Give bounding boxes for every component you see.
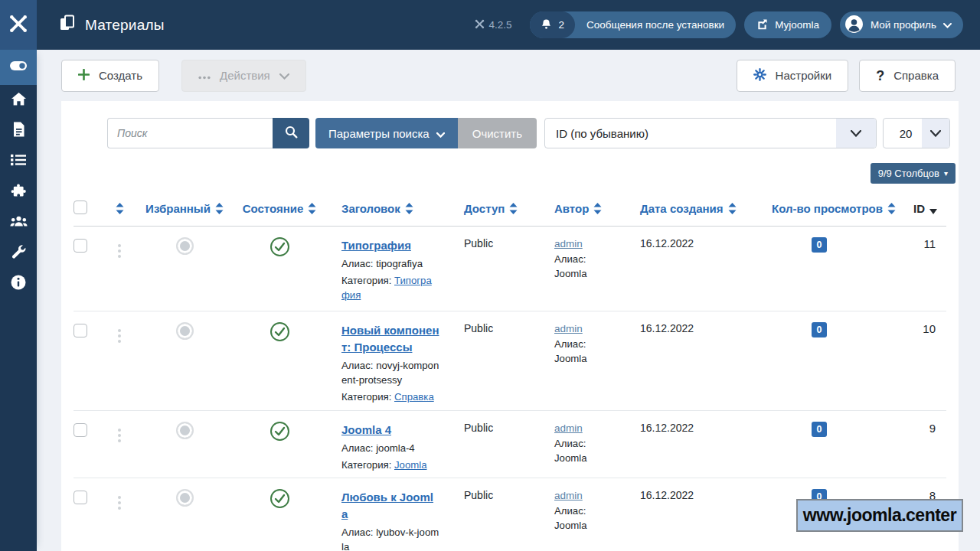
favorite-circle-icon[interactable] — [176, 422, 194, 439]
author-link[interactable]: admin — [554, 323, 583, 334]
column-header-status[interactable]: Состояние — [230, 192, 329, 226]
table-row: Типография Алиас: tipografiya Категория:… — [74, 226, 946, 311]
sidebar-item-menus[interactable] — [0, 146, 37, 177]
puzzle-icon — [11, 184, 26, 201]
drag-dots-icon[interactable] — [118, 241, 121, 258]
post-install-messages-button[interactable]: 2 Сообщения после установки — [530, 11, 736, 38]
column-header-title[interactable]: Заголовок — [329, 192, 452, 226]
hits-badge: 0 — [812, 237, 828, 253]
article-title-link[interactable]: Новый компонент: Процессы — [341, 324, 439, 354]
favorite-circle-icon[interactable] — [176, 322, 194, 340]
drag-dots-icon[interactable] — [118, 425, 121, 442]
users-icon — [10, 215, 28, 230]
external-link-icon — [756, 18, 768, 32]
drag-dots-icon[interactable] — [118, 326, 121, 343]
toolbar: Создать Действия Настройки ? Справка — [37, 50, 980, 101]
article-title-link[interactable]: Типография — [341, 239, 411, 252]
search-button[interactable] — [273, 118, 309, 148]
author-link[interactable]: admin — [554, 490, 583, 501]
author-link[interactable]: admin — [554, 422, 583, 434]
column-header-author[interactable]: Автор — [542, 192, 628, 226]
table-row: Joomla 4 Алиас: joomla-4 Категория: Joom… — [74, 410, 946, 478]
search-tools-button[interactable]: Параметры поиска — [315, 118, 458, 148]
articles-table: Избранный Состояние Заголовок Доступ Авт… — [74, 192, 946, 551]
help-button[interactable]: ? Справка — [859, 60, 956, 92]
article-id: 9 — [879, 410, 946, 478]
sort-select[interactable]: ID (по убыванию) — [544, 118, 877, 148]
alias-value: tipografiya — [376, 258, 423, 269]
article-id: 10 — [879, 311, 946, 410]
options-button[interactable]: Настройки — [737, 60, 849, 92]
sidebar-item-system[interactable] — [0, 238, 37, 269]
article-id: 11 — [879, 226, 946, 311]
page-title: Материалы — [37, 15, 165, 35]
article-title-link[interactable]: Joomla 4 — [341, 423, 391, 436]
favorite-circle-icon[interactable] — [176, 237, 194, 255]
author-alias-value: Joomla — [554, 520, 587, 531]
sidebar-item-content[interactable] — [0, 116, 37, 146]
sidebar-item-home[interactable] — [0, 85, 37, 116]
table-header-row: Избранный Состояние Заголовок Доступ Авт… — [74, 192, 946, 226]
info-icon — [11, 275, 26, 293]
column-header-hits[interactable]: Кол-во просмотров — [760, 192, 879, 226]
article-icon — [12, 122, 25, 140]
chevron-down-icon — [922, 119, 949, 148]
category-label: Категория: — [341, 391, 391, 403]
clear-button[interactable]: Очистить — [458, 118, 537, 148]
profile-menu-button[interactable]: Мой профиль — [840, 11, 963, 38]
article-title-link[interactable]: Любовь к Joomla — [341, 491, 433, 520]
caret-down-icon: ▾ — [944, 170, 948, 178]
toolbar-left: Создать Действия — [61, 60, 306, 92]
row-checkbox[interactable] — [74, 324, 87, 337]
row-checkbox[interactable] — [74, 491, 87, 504]
copy-icon — [60, 15, 75, 35]
row-checkbox[interactable] — [74, 239, 87, 253]
created-date: 16.12.2022 — [628, 226, 760, 311]
joomla-logo[interactable] — [0, 0, 37, 50]
row-checkbox[interactable] — [74, 423, 87, 437]
category-link[interactable]: Справка — [394, 391, 434, 403]
column-header-created[interactable]: Дата создания — [628, 192, 760, 226]
bell-icon — [541, 18, 552, 32]
column-header-favorite[interactable]: Избранный — [139, 192, 230, 226]
select-all-checkbox[interactable] — [74, 201, 87, 214]
category-link[interactable]: Joomla — [394, 459, 427, 471]
author-link[interactable]: admin — [554, 238, 583, 249]
check-circle-icon[interactable] — [270, 489, 289, 508]
hits-badge: 0 — [812, 422, 828, 437]
filter-bar: Параметры поиска Очистить ID (по убывани… — [107, 118, 956, 148]
create-label: Создать — [99, 69, 142, 82]
created-date: 16.12.2022 — [628, 311, 760, 410]
access-value: Public — [452, 226, 542, 311]
plus-icon — [78, 69, 90, 83]
column-header-ordering[interactable] — [100, 192, 139, 226]
access-value: Public — [452, 410, 542, 478]
messages-label: Сообщения после установки — [575, 19, 736, 31]
drag-dots-icon[interactable] — [118, 493, 121, 510]
joomla-logo-icon — [8, 14, 28, 37]
wrench-icon — [11, 245, 26, 262]
columns-button[interactable]: 9/9 Столбцов ▾ — [871, 163, 956, 184]
check-circle-icon[interactable] — [270, 422, 289, 441]
favorite-circle-icon[interactable] — [176, 489, 194, 507]
check-circle-icon[interactable] — [270, 322, 289, 341]
created-date: 16.12.2022 — [628, 410, 760, 478]
actions-button[interactable]: Действия — [181, 60, 306, 92]
select-all-checkbox-cell — [74, 192, 100, 226]
messages-count: 2 — [558, 19, 564, 31]
limit-select[interactable]: 20 — [883, 118, 950, 148]
column-header-access[interactable]: Доступ — [452, 192, 542, 226]
create-button[interactable]: Создать — [61, 60, 159, 92]
sidebar-item-users[interactable] — [0, 207, 37, 238]
sidebar-item-components[interactable] — [0, 177, 37, 207]
alias-label: Алиас: — [554, 253, 586, 265]
alias-label: Алиас: — [554, 505, 586, 517]
joomla-version: 4.2.5 — [475, 19, 511, 31]
sidebar-item-help[interactable] — [0, 269, 37, 299]
check-circle-icon[interactable] — [270, 237, 289, 256]
myjoomla-button[interactable]: Myjoomla — [744, 11, 831, 38]
sidebar-toggle-button[interactable] — [0, 50, 37, 85]
hits-badge: 0 — [812, 322, 828, 337]
version-text: 4.2.5 — [488, 19, 511, 31]
search-input[interactable] — [107, 118, 273, 148]
